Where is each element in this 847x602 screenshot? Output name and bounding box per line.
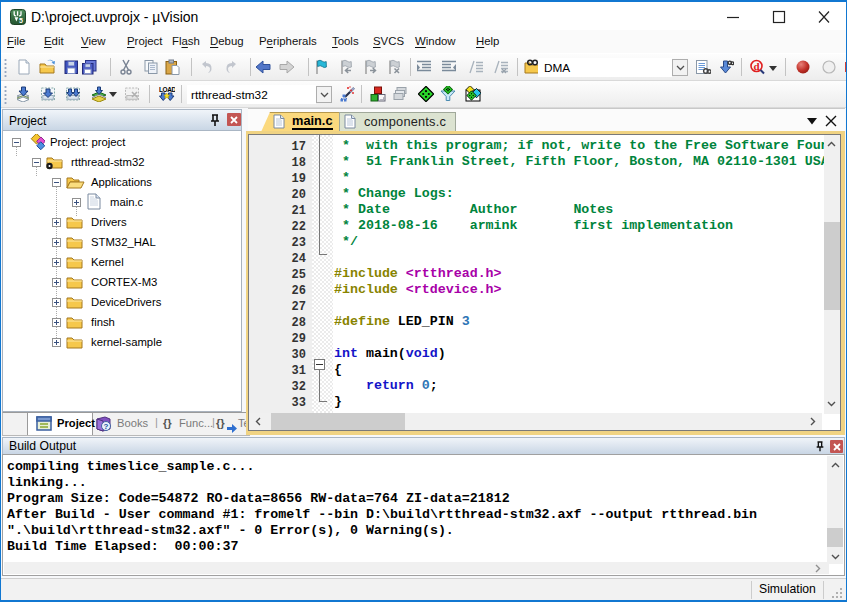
svg-text:?: ? [104, 422, 109, 431]
svg-text:d: d [754, 60, 760, 72]
svg-text:5: 5 [19, 17, 23, 24]
svg-text:LOAD: LOAD [159, 86, 175, 93]
